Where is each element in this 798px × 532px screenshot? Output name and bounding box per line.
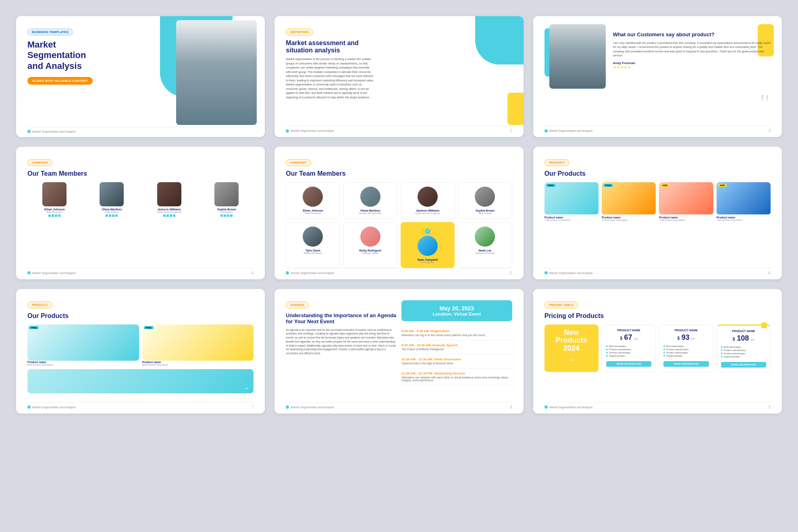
avatar-big-tyler: [303, 227, 323, 247]
slide-7-footer-text: Market Segmentation and Analysis: [32, 406, 76, 409]
product-img-1: FREE: [544, 182, 598, 214]
slide-6-content: PRODUCT Our Products FREE Product name B…: [544, 158, 771, 221]
slide-6-footer-text: Market Segmentation and Analysis: [549, 272, 593, 274]
slide-3-pin-icon: [544, 129, 548, 133]
team-name-olivia: Olivia Martinez: [85, 208, 139, 211]
slide-9-footer-text: Market Segmentation and Analysis: [549, 406, 593, 409]
slide-7-footer: Market Segmentation and Analysis 7: [27, 402, 254, 409]
slide-5-footer-text: Market Segmentation and Analysis: [291, 272, 334, 274]
slide-1-footer: Market Segmentation and Analysis: [27, 127, 254, 133]
slide-4-footer: Market Segmentation and Analysis 4: [27, 268, 254, 275]
btn-info-4[interactable]: MORE INFORMATION: [721, 362, 766, 368]
slide-2-body: Market segmentation is the process of di…: [286, 57, 374, 100]
slide-7-img-1: FREE: [27, 324, 139, 361]
team-card-4: Sophia Brown AI Engineer: [200, 182, 254, 217]
team-social-olivia: [85, 214, 139, 217]
product-img-2: FREE: [602, 182, 656, 214]
slide-2-badge: DEFINITION: [286, 29, 313, 35]
slide-4: COMPANY Our Team Members Ethan Johnson W…: [16, 147, 265, 279]
slide-6-pin-icon: [544, 271, 548, 274]
slide-8-event-header: May 20, 2023 Location: Virtual Event: [401, 300, 512, 321]
avatar-big-sophia: [475, 187, 495, 207]
slide-4-footer-num: 4: [251, 271, 254, 275]
slide-7-desc-1: Brief product description: [27, 364, 139, 366]
pricing-card-4: PRODUCT NAME $ 108 /m Brief description …: [717, 324, 771, 372]
slide-1-badge: BUSINESS TEMPLATES: [27, 29, 73, 35]
slide-1-btn[interactable]: SLIDES WITH VALUABLE CONTENT: [27, 77, 93, 85]
team-card-big-4: Sophia Brown Data Analyst: [458, 182, 512, 219]
product-name-2: Product name: [602, 216, 656, 219]
team-card-2: Olivia Martinez Data Analyst: [85, 182, 139, 217]
team-card-big-3: Jackson Williams Cybersecurity Engineer: [401, 182, 455, 219]
slide-7-content: PRODUCT Our Products FREE Product name B…: [27, 300, 254, 393]
product-desc-2: Brief product description: [602, 219, 656, 221]
avatar-big-noah: [475, 227, 495, 247]
team-name-big-jackson: Jackson Williams: [405, 209, 450, 212]
team-name-big-tyler: Tyler Davis: [290, 249, 335, 252]
team-role-jackson: Cybersecurity Engineer: [142, 211, 196, 213]
team-name-big-olivia: Olivia Martinez: [348, 209, 393, 212]
slide-6-products-grid: FREE Product name Brief product descript…: [544, 182, 771, 221]
price-name-2: PRODUCT NAME: [606, 329, 651, 332]
slide-3-stars: ★★★★★: [613, 65, 771, 69]
product-tag-1: FREE: [546, 184, 556, 187]
slide-6: PRODUCT Our Products FREE Product name B…: [533, 147, 782, 279]
slide-3-content: What our Customers say about product? I …: [613, 27, 771, 69]
slide-2-footer-text: Market Segmentation and Analysis: [291, 129, 334, 132]
product-img-3: ADD: [659, 182, 713, 214]
slide-8-content: AGENDA Understanding the Importance of a…: [286, 300, 512, 385]
slide-8-badge: AGENDA: [286, 301, 309, 308]
team-card-big-6: Emily Rodriguez Software Tester: [343, 222, 397, 268]
slide-9-badge: PRICING TABLE: [544, 301, 578, 308]
team-card-3: Jackson Williams Cybersecurity Engineer: [142, 182, 196, 217]
team-name-big-noah: Noah Lee: [462, 249, 507, 252]
team-social-sophia: [200, 214, 254, 217]
agenda-desc-4: Attendees can network with each other in…: [401, 376, 512, 382]
slide-7-title: Our Products: [27, 312, 254, 320]
slide-1-pin-icon: [27, 130, 31, 133]
pricing-card-2: PRODUCT NAME $ 67 /m Brief description P…: [602, 324, 656, 372]
slide-6-title: Our Products: [544, 170, 771, 177]
slide-9-title: Pricing of Products: [544, 312, 771, 320]
slide-5-footer: Market Segmentation and Analysis 5: [286, 268, 512, 275]
slide-7-footer-num: 7: [251, 405, 254, 409]
agenda-item-4: 11:30 AM - 12:30 PM: Networking Session …: [401, 368, 512, 385]
slide-2-title: Market assessment and situation analysis: [286, 39, 366, 54]
team-name-ethan: Ethan Johnson: [27, 208, 81, 211]
team-role-olivia: Data Analyst: [85, 211, 139, 213]
team-role-ethan: Web Developer: [27, 211, 81, 213]
price-amount-2: $ 67 /m: [606, 333, 651, 342]
pricing-card-3: PRODUCT NAME $ 93 /m Brief description P…: [659, 324, 713, 372]
slide-1-content: BUSINESS TEMPLATES Market Segmentation a…: [27, 27, 254, 85]
slide-6-footer-num: 6: [768, 271, 771, 275]
product-tag-3: ADD: [661, 184, 669, 187]
slide-3-footer-num: 3: [768, 129, 771, 133]
avatar-big-ethan: [303, 187, 323, 207]
product-name-4: Product name: [717, 216, 771, 219]
slide-3-footer-text: Market Segmentation and Analysis: [549, 129, 593, 132]
slide-3-quote: I am very satisfied with the product I p…: [613, 41, 771, 58]
product-card-1: FREE Product name Brief product descript…: [544, 182, 598, 221]
agenda-time-3: 10:30 AM - 11:30 AM: Panel Discussion: [401, 357, 512, 361]
team-name-jackson: Jackson Williams: [142, 208, 196, 211]
team-role-big-olivia: System Administrator: [348, 212, 393, 214]
slide-5-badge: COMPANY: [286, 159, 311, 166]
slide-6-badge: PRODUCT: [544, 159, 569, 166]
price-features-4: Brief description Product specification …: [721, 346, 766, 358]
team-role-big-emily: Software Tester: [348, 252, 393, 254]
team-social-jackson: [142, 214, 196, 217]
agenda-desc-3: Cybersecurity in the Age of Remote Work.: [401, 362, 512, 365]
slide-7-img-2: FREE: [142, 324, 254, 361]
avatar-sophia-small: [214, 182, 239, 206]
slide-8-footer-num: 8: [510, 405, 512, 409]
slide-3: What our Customers say about product? I …: [533, 16, 782, 137]
slide-3-title: What our Customers say about product?: [613, 31, 771, 38]
slide-3-person-silhouette: [549, 24, 606, 89]
product-tag-2: FREE: [603, 184, 613, 187]
slide-8: AGENDA Understanding the Importance of a…: [274, 289, 523, 414]
slide-4-content: COMPANY Our Team Members Ethan Johnson W…: [27, 158, 254, 217]
team-name-sophia: Sophia Brown: [200, 208, 254, 211]
btn-info-3[interactable]: MORE INFORMATION: [663, 361, 709, 367]
agenda-desc-2: The Future of Artificial Intelligence.: [401, 348, 512, 351]
btn-info-2[interactable]: MORE INFORMATION: [606, 361, 651, 367]
